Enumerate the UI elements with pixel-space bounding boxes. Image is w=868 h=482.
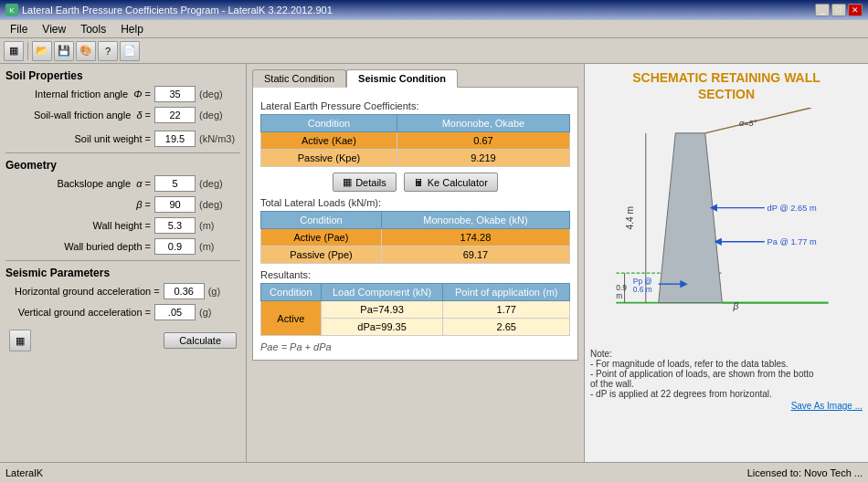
friction-angle-row: Internal friction angle Φ = (deg)	[5, 86, 240, 102]
wall-friction-label: Soil-wall friction angle δ =	[15, 110, 154, 120]
save-image-link[interactable]: Save As Image ...	[791, 401, 863, 411]
menu-tools[interactable]: Tools	[74, 21, 112, 37]
backslope-row: Backslope angle α = (deg)	[5, 175, 240, 192]
grid-icon[interactable]: ▦	[4, 41, 24, 61]
svg-line-3	[705, 108, 811, 133]
details-button[interactable]: ▦ Details	[333, 173, 397, 192]
minimize-button[interactable]: _	[815, 4, 830, 16]
res-dpa-value: 2.65	[443, 319, 570, 336]
unit-weight-input[interactable]	[154, 131, 196, 147]
unit-weight-unit: (kN/m3)	[199, 133, 240, 144]
tab-seismic[interactable]: Seismic Condition	[346, 69, 458, 88]
table-tool-btn[interactable]: ▦	[9, 330, 31, 351]
loads-passive-value: 69.17	[381, 246, 569, 264]
friction-angle-input[interactable]	[154, 86, 196, 102]
svg-text:4.4 m: 4.4 m	[625, 206, 635, 230]
buried-depth-unit: (m)	[199, 241, 240, 252]
res-pa-value: 1.77	[443, 301, 570, 319]
status-bar: LateralK Licensed to: Novo Tech ...	[0, 462, 868, 482]
divider2	[5, 260, 240, 261]
calculate-button[interactable]: Calculate	[164, 332, 237, 349]
schematic-svg: 4.4 m 0.9 m α=5° dP @ 2.65 m Pa @ 1.77 m…	[598, 108, 854, 345]
wall-friction-unit: (deg)	[199, 110, 240, 120]
loads-passive-row: Passive (Ppe) 69.17	[261, 246, 570, 264]
tab-content: Lateral Earth Pressure Coefficients: Con…	[252, 87, 578, 361]
loads-table: Condition Mononobe, Okabe (kN) Active (P…	[260, 211, 570, 264]
soil-properties-title: Soil Properties	[5, 69, 240, 82]
buried-depth-label: Wall buried depth =	[15, 241, 154, 252]
vert-accel-input[interactable]	[154, 304, 196, 320]
app-title: Lateral Earth Pressure Coefficients Prog…	[22, 5, 333, 16]
coeff-active-row: Active (Kae) 0.67	[261, 132, 570, 150]
wall-friction-input[interactable]	[154, 107, 196, 123]
resultants-title: Resultants:	[260, 269, 570, 280]
loads-col-condition: Condition	[261, 212, 382, 229]
export-icon[interactable]: 📄	[120, 41, 140, 61]
coefficients-table: Condition Mononobe, Okabe Active (Kae) 0…	[260, 114, 570, 167]
beta-label: β =	[15, 199, 154, 210]
buried-depth-row: Wall buried depth = (m)	[5, 238, 240, 255]
menu-help[interactable]: Help	[114, 21, 150, 37]
vert-accel-unit: (g)	[199, 307, 240, 318]
schematic-title: SCHEMATIC RETAINING WALL SECTION	[590, 69, 863, 102]
ke-calculator-button[interactable]: 🖩 Ke Calculator	[404, 173, 498, 192]
pae-note: Pae = Pa + dPa	[260, 341, 570, 352]
title-bar: K Lateral Earth Pressure Coefficients Pr…	[0, 0, 868, 20]
geometry-title: Geometry	[5, 159, 240, 172]
wall-height-unit: (m)	[199, 220, 240, 231]
coefficients-title: Lateral Earth Pressure Coefficients:	[260, 100, 570, 111]
wall-friction-row: Soil-wall friction angle δ = (deg)	[5, 107, 240, 123]
wall-height-label: Wall height =	[15, 220, 154, 231]
svg-text:β: β	[732, 301, 738, 311]
svg-marker-2	[659, 133, 723, 303]
separator	[27, 42, 28, 60]
loads-active-label: Active (Pae)	[261, 229, 382, 246]
buried-depth-input[interactable]	[154, 238, 196, 255]
res-pa-label: Pa=74.93	[321, 301, 443, 319]
res-active-row1: Active Pa=74.93 1.77	[261, 301, 570, 319]
wall-height-input[interactable]	[154, 217, 196, 234]
res-col-condition: Condition	[261, 284, 322, 301]
beta-row: β = (deg)	[5, 196, 240, 213]
beta-input[interactable]	[154, 196, 196, 213]
unit-weight-row: Soil unit weight = (kN/m3)	[5, 131, 240, 147]
help-icon[interactable]: ?	[98, 41, 118, 61]
res-col-point: Point of application (m)	[443, 284, 570, 301]
left-panel: Soil Properties Internal friction angle …	[0, 64, 247, 462]
coeff-col-method: Mononobe, Okabe	[397, 115, 569, 132]
open-icon[interactable]: 📂	[32, 41, 52, 61]
close-button[interactable]: ✕	[848, 4, 863, 16]
menu-file[interactable]: File	[4, 21, 34, 37]
color-icon[interactable]: 🎨	[76, 41, 96, 61]
loads-col-value: Mononobe, Okabe (kN)	[381, 212, 569, 229]
unit-weight-label: Soil unit weight =	[15, 133, 154, 144]
horiz-accel-input[interactable]	[164, 283, 205, 299]
coeff-passive-value: 9.219	[397, 150, 569, 167]
coeff-passive-row: Passive (Kpe) 9.219	[261, 150, 570, 167]
seismic-title: Seismic Parameters	[5, 267, 240, 279]
table-icon: ▦	[343, 176, 352, 188]
res-col-load: Load Component (kN)	[321, 284, 443, 301]
divider1	[5, 152, 240, 153]
maximize-button[interactable]: □	[831, 4, 846, 16]
friction-angle-unit: (deg)	[199, 89, 240, 100]
main-content: Soil Properties Internal friction angle …	[0, 64, 868, 462]
res-active-label: Active	[261, 301, 322, 336]
resultants-table: Condition Load Component (kN) Point of a…	[260, 283, 570, 336]
app-icon: K	[5, 4, 18, 16]
right-panel: SCHEMATIC RETAINING WALL SECTION 4.4 m 0…	[585, 64, 868, 462]
tab-static[interactable]: Static Condition	[252, 69, 346, 88]
coeff-col-condition: Condition	[261, 115, 397, 132]
action-buttons: ▦ Details 🖩 Ke Calculator	[260, 173, 570, 192]
horiz-accel-label: Horizontal ground acceleration =	[15, 286, 164, 297]
coeff-active-value: 0.67	[397, 132, 569, 150]
svg-text:0.6 m: 0.6 m	[633, 286, 652, 295]
horiz-accel-unit: (g)	[208, 286, 240, 297]
note-line2: - Point of application of loads, are sho…	[590, 369, 863, 379]
svg-text:Pa @ 1.77 m: Pa @ 1.77 m	[767, 238, 817, 247]
notes-section: Note: - For magnitude of loads, refer to…	[590, 349, 863, 411]
save-icon[interactable]: 💾	[54, 41, 74, 61]
backslope-input[interactable]	[154, 175, 196, 192]
menu-view[interactable]: View	[36, 21, 72, 37]
menu-bar: File View Tools Help	[0, 20, 868, 38]
